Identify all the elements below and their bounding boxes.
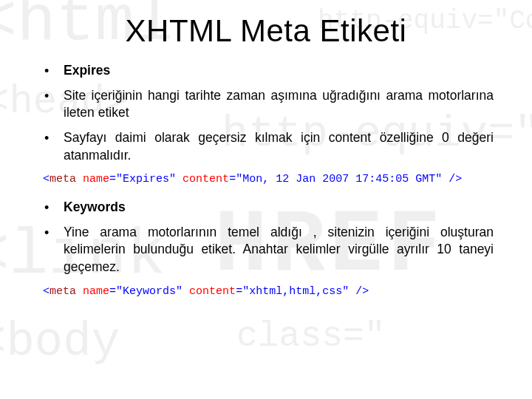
code-token: =	[229, 173, 236, 185]
code-token	[176, 173, 183, 185]
bullet-text: Expires	[64, 63, 110, 78]
code-token: content	[183, 173, 229, 185]
code-snippet-keywords: <meta name="Keywords" content="xhtml,htm…	[43, 284, 494, 299]
code-token: "Mon, 12 Jan 2007 17:45:05 GMT"	[236, 173, 442, 185]
bullet-dot-icon: •	[44, 199, 49, 216]
code-token: name	[83, 285, 109, 298]
bullet-dot-icon: •	[44, 129, 49, 147]
bullet-text: Keywords	[64, 200, 126, 214]
code-token: =	[236, 285, 242, 298]
slide-title: XHTML Meta Etiketi	[38, 13, 494, 49]
code-token: />	[349, 285, 369, 298]
bullet-dot-icon: •	[44, 224, 49, 242]
code-token: content	[189, 285, 236, 298]
code-token: "Expires"	[116, 173, 176, 185]
code-token: "xhtml,html,css"	[242, 285, 349, 298]
bullet-keywords-heading: • Keywords	[38, 199, 494, 216]
bullet-expires-desc: • Site içeriğinin hangi tarihte zaman aş…	[38, 87, 494, 122]
bullet-dot-icon: •	[44, 87, 49, 105]
code-snippet-expires: <meta name="Expires" content="Mon, 12 Ja…	[43, 171, 494, 187]
bullet-text: Sayfayı daimi olarak geçersiz kılmak içi…	[64, 130, 494, 163]
bullet-keywords-desc: • Yine arama motorlarının temel aldığı ,…	[38, 224, 494, 276]
code-token: =	[109, 173, 116, 185]
code-token: meta	[50, 173, 76, 185]
code-token	[76, 173, 83, 185]
bullet-expires-heading: • Expires	[38, 62, 494, 80]
code-token: =	[109, 285, 116, 298]
bullet-text: Yine arama motorlarının temel aldığı , s…	[64, 225, 494, 274]
code-token	[183, 285, 189, 298]
code-token: <	[43, 285, 50, 298]
bullet-text: Site içeriğinin hangi tarihte zaman aşım…	[64, 88, 494, 120]
code-token: name	[83, 173, 109, 185]
code-token: meta	[50, 285, 76, 298]
bullet-dot-icon: •	[44, 62, 49, 80]
code-token: <	[43, 173, 50, 185]
bullet-expires-note: • Sayfayı daimi olarak geçersiz kılmak i…	[38, 129, 494, 164]
code-token: />	[442, 173, 462, 185]
code-token	[76, 285, 83, 298]
slide-content: XHTML Meta Etiketi • Expires • Site içer…	[0, 0, 532, 326]
code-token: "Keywords"	[116, 285, 183, 298]
